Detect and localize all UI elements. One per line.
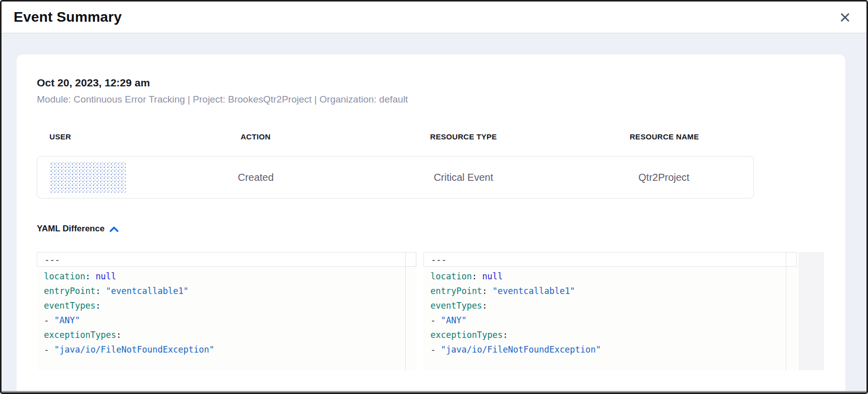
redacted-user-pattern [49,162,126,192]
resource-type-cell: Critical Event [352,172,574,183]
overview-scrollbar-track [798,252,824,370]
code-line: location: null [44,269,416,284]
scrollbar-track [405,252,416,370]
close-button[interactable] [837,10,852,25]
code-block: location: nullentryPoint: "eventcallable… [423,267,797,357]
event-card: Oct 20, 2023, 12:29 am Module: Continuou… [17,55,845,392]
yaml-panel-left: --- location: nullentryPoint: "eventcall… [37,252,416,370]
code-line: - "ANY" [44,313,416,328]
event-timestamp: Oct 20, 2023, 12:29 am [37,77,825,89]
code-line: location: null [430,269,797,284]
code-line-document-start: --- [423,252,797,267]
code-line: eventTypes: [44,299,416,313]
scrollbar-thumb[interactable] [405,252,416,267]
code-line: exceptionTypes: [44,328,416,342]
screenshot-frame: Event Summary Oct 20, 2023, 12:29 am Mod… [0,0,868,394]
user-cell [37,162,159,192]
close-icon [839,12,851,23]
scrollbar-thumb[interactable] [786,252,797,267]
column-header-resource-name: RESOURCE NAME [575,132,754,141]
table-row: Created Critical Event Qtr2Project [37,156,754,199]
audit-table-header: USER ACTION RESOURCE TYPE RESOURCE NAME [37,132,754,141]
code-line: entryPoint: "eventcallable1" [430,284,797,299]
modal-header: Event Summary [2,2,866,33]
column-header-action: ACTION [159,132,353,141]
column-header-user: USER [37,132,159,141]
chevron-up-icon[interactable] [109,226,119,233]
modal-body: Oct 20, 2023, 12:29 am Module: Continuou… [2,33,866,392]
yaml-difference-toggle[interactable]: YAML Difference [37,224,119,234]
event-meta: Module: Continuous Error Tracking | Proj… [37,94,825,105]
code-line: entryPoint: "eventcallable1" [44,284,416,299]
yaml-diff-viewer: --- location: nullentryPoint: "eventcall… [37,252,825,370]
code-line-document-start: --- [37,252,416,267]
scrollbar-track [786,252,797,370]
code-line: eventTypes: [430,299,797,313]
action-cell: Created [159,172,352,183]
yaml-difference-label: YAML Difference [37,224,104,234]
code-block: location: nullentryPoint: "eventcallable… [37,267,416,357]
column-header-resource-type: RESOURCE TYPE [352,132,575,141]
modal-title: Event Summary [14,9,122,25]
code-line: - "java/io/FileNotFoundException" [430,342,797,357]
resource-name-cell: Qtr2Project [574,172,753,183]
audit-table: USER ACTION RESOURCE TYPE RESOURCE NAME … [37,132,754,199]
code-line: - "ANY" [430,313,797,328]
yaml-panel-right: --- location: nullentryPoint: "eventcall… [423,252,797,370]
code-line: exceptionTypes: [430,328,797,342]
code-line: - "java/io/FileNotFoundException" [44,342,416,357]
